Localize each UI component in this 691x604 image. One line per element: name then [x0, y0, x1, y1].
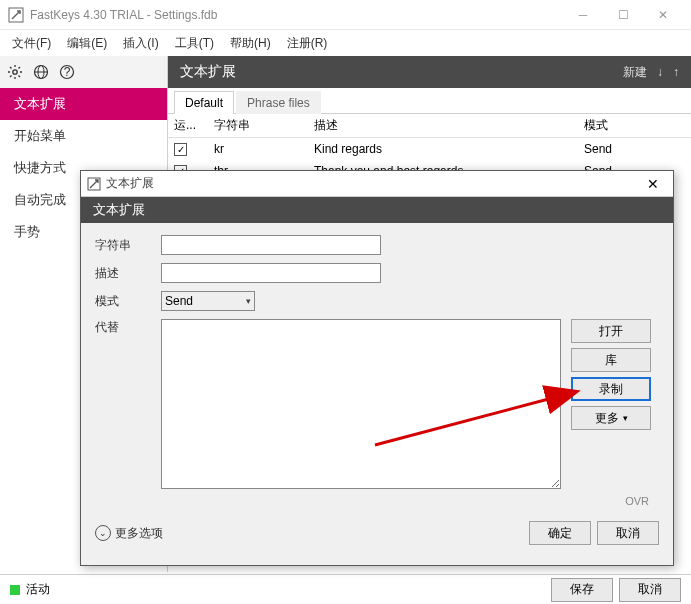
menu-edit[interactable]: 编辑(E): [59, 32, 115, 55]
toolbar-row: ? 文本扩展 新建 ↓ ↑: [0, 56, 691, 88]
main-cancel-button[interactable]: 取消: [619, 578, 681, 602]
col-desc[interactable]: 描述: [308, 117, 578, 134]
list-header: 运... 字符串 描述 模式: [168, 114, 691, 138]
menu-insert[interactable]: 插入(I): [115, 32, 166, 55]
status-dot-icon: [10, 585, 20, 595]
dialog-footer: ⌄ 更多选项 确定 取消: [81, 515, 673, 555]
cell-mode: Send: [578, 142, 638, 156]
label-replace: 代替: [95, 319, 161, 336]
svg-point-1: [13, 70, 17, 74]
col-mode[interactable]: 模式: [578, 117, 638, 134]
svg-line-7: [19, 76, 21, 78]
dialog-body: 字符串 描述 模式 Send ▾ 代替 打开 库 录制 更多: [81, 223, 673, 515]
arrow-down-icon[interactable]: ↓: [657, 65, 663, 79]
label-desc: 描述: [95, 265, 161, 282]
sidebar-item-text-expansion[interactable]: 文本扩展: [0, 88, 167, 120]
svg-line-9: [19, 67, 21, 69]
globe-icon[interactable]: [32, 63, 50, 81]
window-title: FastKeys 4.30 TRIAL - Settings.fdb: [30, 8, 563, 22]
mode-select[interactable]: Send ▾: [161, 291, 255, 311]
mode-value: Send: [165, 294, 193, 308]
toolbar-left: ?: [0, 56, 168, 88]
main-save-button[interactable]: 保存: [551, 578, 613, 602]
svg-line-6: [10, 67, 12, 69]
label-mode: 模式: [95, 293, 161, 310]
col-string[interactable]: 字符串: [208, 117, 308, 134]
dialog: 文本扩展 ✕ 文本扩展 字符串 描述 模式 Send ▾ 代替 打开 库: [80, 170, 674, 566]
svg-line-8: [10, 76, 12, 78]
open-button[interactable]: 打开: [571, 319, 651, 343]
menu-file[interactable]: 文件(F): [4, 32, 59, 55]
more-button[interactable]: 更多 ▾: [571, 406, 651, 430]
replace-textarea[interactable]: [161, 319, 561, 489]
checkbox-icon[interactable]: ✓: [174, 143, 187, 156]
cell-desc: Kind regards: [308, 142, 578, 156]
minimize-button[interactable]: ─: [563, 0, 603, 30]
cancel-button[interactable]: 取消: [597, 521, 659, 545]
desc-input[interactable]: [161, 263, 381, 283]
ovr-label: OVR: [571, 495, 651, 507]
more-options-toggle[interactable]: ⌄ 更多选项: [95, 525, 163, 542]
col-run[interactable]: 运...: [168, 117, 208, 134]
tab-phrase-files[interactable]: Phrase files: [236, 91, 321, 114]
dialog-titlebar[interactable]: 文本扩展 ✕: [81, 171, 673, 197]
gear-icon[interactable]: [6, 63, 24, 81]
sidebar-item-start-menu[interactable]: 开始菜单: [0, 120, 167, 152]
dialog-icon: [87, 177, 101, 191]
arrow-up-icon[interactable]: ↑: [673, 65, 679, 79]
dialog-header: 文本扩展: [81, 197, 673, 223]
help-icon[interactable]: ?: [58, 63, 76, 81]
new-button[interactable]: 新建: [623, 64, 647, 81]
section-header: 文本扩展 新建 ↓ ↑: [168, 56, 691, 88]
label-string: 字符串: [95, 237, 161, 254]
statusbar: 活动 保存 取消: [0, 574, 691, 604]
menubar: 文件(F) 编辑(E) 插入(I) 工具(T) 帮助(H) 注册(R): [0, 30, 691, 56]
list-row[interactable]: ✓ kr Kind regards Send: [168, 138, 691, 160]
cell-string: kr: [208, 142, 308, 156]
library-button[interactable]: 库: [571, 348, 651, 372]
dialog-title: 文本扩展: [106, 175, 639, 192]
menu-tools[interactable]: 工具(T): [167, 32, 222, 55]
titlebar: FastKeys 4.30 TRIAL - Settings.fdb ─ ☐ ✕: [0, 0, 691, 30]
svg-text:?: ?: [64, 65, 71, 79]
record-button[interactable]: 录制: [571, 377, 651, 401]
ok-button[interactable]: 确定: [529, 521, 591, 545]
close-button[interactable]: ✕: [643, 0, 683, 30]
caret-down-icon: ▾: [623, 413, 628, 423]
chevron-down-icon: ⌄: [95, 525, 111, 541]
status-text: 活动: [26, 581, 50, 598]
chevron-down-icon: ▾: [246, 296, 251, 306]
dialog-close-button[interactable]: ✕: [639, 176, 667, 192]
tab-row: Default Phrase files: [168, 88, 691, 114]
app-icon: [8, 7, 24, 23]
section-title: 文本扩展: [180, 63, 613, 81]
string-input[interactable]: [161, 235, 381, 255]
menu-help[interactable]: 帮助(H): [222, 32, 279, 55]
tab-default[interactable]: Default: [174, 91, 234, 114]
menu-register[interactable]: 注册(R): [279, 32, 336, 55]
maximize-button[interactable]: ☐: [603, 0, 643, 30]
